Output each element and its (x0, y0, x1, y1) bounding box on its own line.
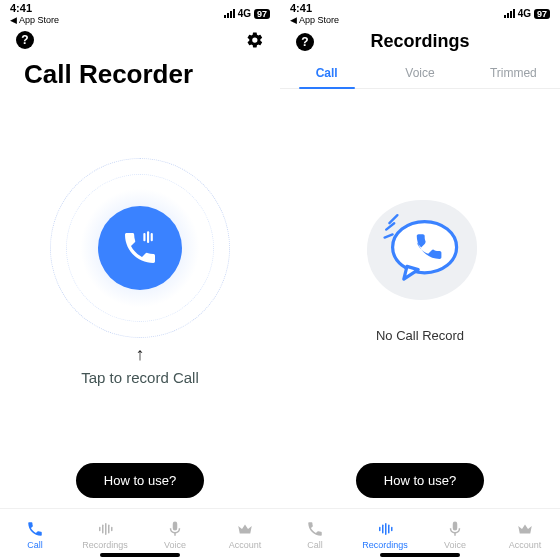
status-bar: 4:41 ◀ App Store 4G 97 (0, 0, 280, 25)
svg-rect-13 (391, 526, 393, 531)
phone-icon (306, 520, 324, 538)
nav-call[interactable]: Call (280, 509, 350, 560)
svg-rect-9 (379, 526, 381, 531)
network-type: 4G (518, 8, 531, 19)
nav-label: Account (229, 540, 262, 550)
how-to-use-button[interactable]: How to use? (356, 463, 484, 498)
empty-state-label: No Call Record (376, 328, 464, 343)
svg-rect-11 (385, 523, 387, 535)
phone-icon (26, 520, 44, 538)
nav-label: Voice (444, 540, 466, 550)
page-title: Recordings (314, 31, 526, 52)
how-to-use-button[interactable]: How to use? (76, 463, 204, 498)
page-title: Call Recorder (0, 53, 280, 90)
mic-icon (446, 520, 464, 538)
back-to-appstore[interactable]: ◀ App Store (10, 15, 59, 25)
nav-label: Call (307, 540, 323, 550)
battery-icon: 97 (534, 9, 550, 19)
svg-rect-0 (143, 233, 145, 241)
waveform-icon (376, 520, 394, 538)
help-icon[interactable]: ? (296, 33, 314, 51)
waveform-icon (96, 520, 114, 538)
status-time: 4:41 (290, 2, 339, 14)
help-icon[interactable]: ? (16, 31, 34, 49)
battery-icon: 97 (254, 9, 270, 19)
svg-rect-4 (102, 524, 104, 533)
svg-rect-1 (147, 231, 149, 243)
svg-rect-6 (108, 524, 110, 533)
empty-state-illustration (355, 190, 485, 310)
svg-point-8 (393, 221, 457, 272)
tab-call[interactable]: Call (280, 60, 373, 88)
screen-call-recorder: 4:41 ◀ App Store 4G 97 ? Call Recorder ↑… (0, 0, 280, 560)
nav-account[interactable]: Account (210, 509, 280, 560)
nav-label: Call (27, 540, 43, 550)
svg-rect-7 (111, 526, 113, 531)
svg-rect-3 (99, 526, 101, 531)
status-bar: 4:41 ◀ App Store 4G 97 (280, 0, 560, 25)
crown-icon (236, 520, 254, 538)
home-indicator[interactable] (100, 553, 180, 557)
svg-rect-5 (105, 523, 107, 535)
crown-icon (516, 520, 534, 538)
svg-rect-12 (388, 524, 390, 533)
nav-label: Recordings (82, 540, 128, 550)
back-to-appstore[interactable]: ◀ App Store (290, 15, 339, 25)
svg-rect-2 (151, 233, 153, 241)
tap-to-record-label: Tap to record Call (81, 369, 199, 386)
mic-icon (166, 520, 184, 538)
signal-icon (504, 9, 515, 18)
phone-record-icon (98, 206, 182, 290)
status-time: 4:41 (10, 2, 59, 14)
nav-label: Voice (164, 540, 186, 550)
network-type: 4G (238, 8, 251, 19)
settings-icon[interactable] (246, 31, 264, 49)
home-indicator[interactable] (380, 553, 460, 557)
record-button[interactable] (50, 158, 230, 338)
nav-account[interactable]: Account (490, 509, 560, 560)
nav-call[interactable]: Call (0, 509, 70, 560)
nav-label: Account (509, 540, 542, 550)
nav-label: Recordings (362, 540, 408, 550)
arrow-up-icon: ↑ (136, 344, 145, 365)
svg-rect-10 (382, 524, 384, 533)
signal-icon (224, 9, 235, 18)
screen-recordings: 4:41 ◀ App Store 4G 97 ? Recordings Call… (280, 0, 560, 560)
